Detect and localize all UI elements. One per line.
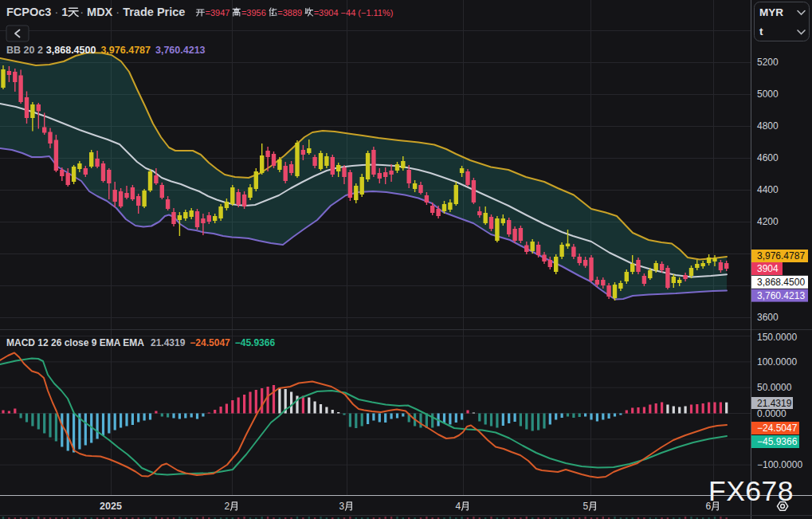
svg-text:0.0000: 0.0000 <box>757 408 787 419</box>
svg-text:BB 20 23,868.45003,976.47873,7: BB 20 23,868.45003,976.47873,760.4213 <box>6 45 206 56</box>
svg-text:100.0000: 100.0000 <box>757 356 797 368</box>
svg-text:=3956: =3956 <box>241 8 266 18</box>
svg-text:5000: 5000 <box>757 88 779 100</box>
svg-text:4400: 4400 <box>757 184 779 195</box>
svg-text:21.4319: 21.4319 <box>757 398 792 409</box>
svg-text:3: 3 <box>339 501 344 512</box>
svg-text:50.0000: 50.0000 <box>757 382 792 393</box>
svg-text:3904: 3904 <box>757 263 779 274</box>
svg-text:4: 4 <box>455 501 461 512</box>
svg-text:−100.0000: −100.0000 <box>757 459 802 470</box>
svg-text:3,976.4787: 3,976.4787 <box>757 250 805 261</box>
svg-text:5: 5 <box>583 501 588 512</box>
svg-text:=3904: =3904 <box>314 8 339 18</box>
svg-text:2025: 2025 <box>100 501 122 512</box>
svg-text:MACD 12 26 close 9 EMA EMA21.4: MACD 12 26 close 9 EMA EMA21.4319−24.504… <box>6 337 275 348</box>
svg-text:−24.5047: −24.5047 <box>757 423 798 434</box>
svg-text:150.0000: 150.0000 <box>757 332 797 343</box>
svg-text:3,760.4213: 3,760.4213 <box>757 290 805 301</box>
svg-text:=3889: =3889 <box>277 8 302 18</box>
svg-text:−44 (−1.11%): −44 (−1.11%) <box>341 8 394 18</box>
svg-text:4800: 4800 <box>757 120 779 132</box>
svg-text:4600: 4600 <box>757 152 779 163</box>
svg-text:=3947: =3947 <box>206 8 230 18</box>
svg-text:MYR: MYR <box>759 6 783 18</box>
svg-text:4200: 4200 <box>757 216 779 227</box>
svg-text:−45.9366: −45.9366 <box>757 436 798 447</box>
svg-text:3,868.4500: 3,868.4500 <box>757 277 805 288</box>
svg-text:FCPOc3 · 1: FCPOc3 · 1 <box>6 6 68 18</box>
svg-text:5200: 5200 <box>757 57 779 68</box>
svg-text:t: t <box>759 26 763 37</box>
svg-text:2: 2 <box>224 501 229 512</box>
svg-text:· MDX · Trade Price: · MDX · Trade Price <box>80 6 185 18</box>
svg-text:3600: 3600 <box>757 312 779 323</box>
